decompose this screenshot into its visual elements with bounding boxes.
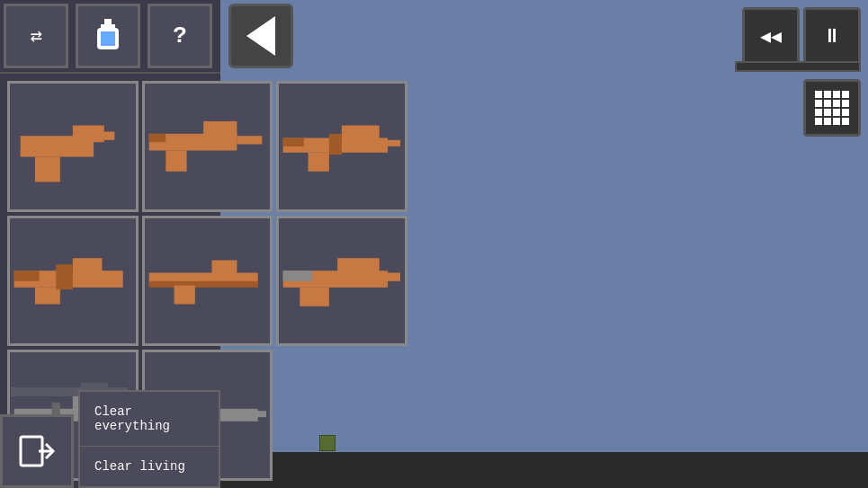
sidebar: ⇄ ? [0,0,220,488]
svg-rect-21 [35,287,60,304]
exit-icon [19,433,55,469]
weapon-cell-pistol[interactable] [7,81,139,212]
svg-rect-0 [104,19,112,24]
assault-rifle-icon [279,84,405,209]
question-icon: ? [173,22,187,49]
weapon-cell-ar[interactable] [276,81,407,212]
svg-rect-15 [309,153,329,172]
svg-rect-23 [56,264,73,289]
svg-rect-9 [203,121,237,136]
svg-rect-12 [148,134,166,142]
svg-rect-18 [329,134,342,155]
weapon-cell-lmg[interactable] [7,216,139,347]
svg-rect-25 [148,280,257,287]
help-button[interactable]: ? [148,4,212,68]
pause-button[interactable]: ⏸ [803,7,861,65]
svg-rect-10 [166,150,186,171]
svg-rect-22 [14,271,40,281]
pause-icon: ⏸ [822,24,842,49]
heavy-rifle-icon [279,218,405,344]
character-sprite [319,435,336,451]
progress-bar-container [735,61,861,72]
lmg-icon [10,218,136,344]
weapon-cell-shotgun[interactable] [142,216,273,347]
grid-toggle-button[interactable] [803,79,861,137]
svg-rect-29 [338,258,380,272]
svg-rect-3 [101,31,115,46]
svg-rect-20 [73,258,103,272]
svg-rect-17 [283,138,304,146]
svg-rect-41 [254,412,266,418]
clear-menu: Clear everything Clear living [78,390,220,488]
exchange-button[interactable]: ⇄ [4,4,68,68]
rewind-button[interactable]: ◀◀ [742,7,800,65]
bottle-button[interactable] [76,4,140,68]
weapon-cell-smg[interactable] [142,81,273,212]
svg-rect-26 [211,260,237,274]
weapon-cell-empty [276,350,407,481]
svg-rect-27 [174,285,194,304]
pistol-icon [10,84,136,209]
back-button[interactable] [228,4,293,68]
bottle-icon [94,19,122,53]
weapon-cell-heavy[interactable] [276,216,407,347]
shotgun-icon [145,218,271,344]
exit-button[interactable] [0,414,74,488]
svg-rect-6 [35,156,60,182]
smg-icon [145,84,271,209]
svg-rect-14 [342,126,380,140]
svg-rect-16 [388,140,400,146]
svg-rect-32 [380,272,400,280]
arrow-left-icon [246,16,275,56]
grid-icon [815,91,849,125]
clear-everything-button[interactable]: Clear everything [80,392,219,447]
svg-rect-30 [300,287,330,306]
svg-rect-1 [101,24,115,28]
svg-rect-31 [283,271,313,281]
svg-rect-11 [237,136,262,144]
exchange-icon: ⇄ [30,24,41,49]
svg-rect-7 [94,132,114,140]
clear-living-button[interactable]: Clear living [80,447,219,486]
toolbar: ⇄ ? [0,0,220,74]
rewind-icon: ◀◀ [760,25,782,48]
